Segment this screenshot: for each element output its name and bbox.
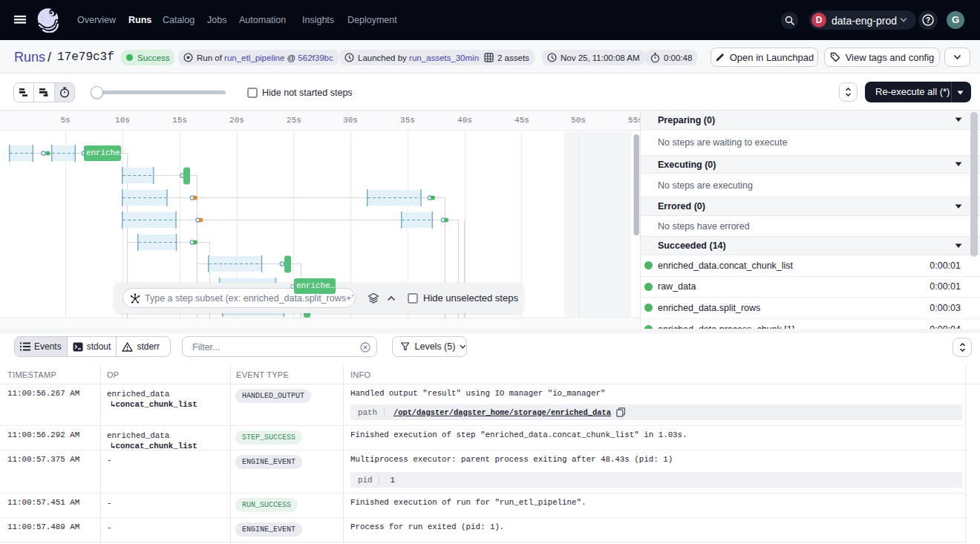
svg-text:?: ? — [926, 16, 930, 24]
